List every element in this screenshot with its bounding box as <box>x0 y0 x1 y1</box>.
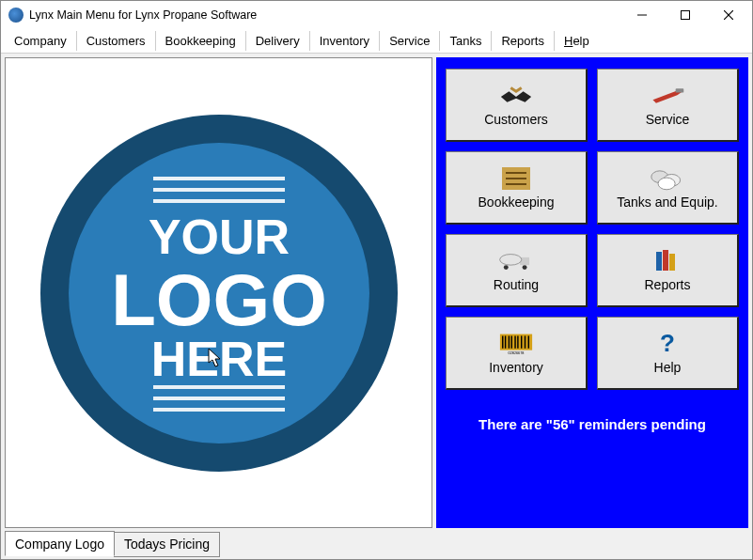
tile-label: Bookkeeping <box>478 194 555 210</box>
truck-icon <box>498 249 534 273</box>
question-icon: ? <box>650 332 685 356</box>
left-panel: YOUR LOGO HERE <box>5 57 432 528</box>
window-title: Lynx Main Menu for Lynx Propane Software <box>29 8 620 22</box>
tile-customers[interactable]: Customers <box>446 69 588 142</box>
svg-point-25 <box>504 265 509 270</box>
tile-help[interactable]: ? Help <box>597 317 739 390</box>
svg-text:HERE: HERE <box>150 332 286 386</box>
company-logo-area: YOUR LOGO HERE <box>6 58 431 527</box>
menu-tanks[interactable]: Tanks <box>440 31 492 51</box>
tile-label: Service <box>646 112 690 127</box>
svg-rect-28 <box>663 250 668 271</box>
tanks-icon <box>650 166 685 191</box>
window-controls <box>620 1 750 29</box>
svg-text:YOUR: YOUR <box>148 210 289 264</box>
books-icon <box>650 249 685 273</box>
svg-rect-27 <box>656 252 662 271</box>
bottom-tabs: Company Logo Todays Pricing <box>1 532 752 559</box>
menu-customers[interactable]: Customers <box>77 31 156 51</box>
svg-point-24 <box>500 254 522 265</box>
svg-point-22 <box>658 178 675 190</box>
svg-rect-15 <box>676 88 684 92</box>
menu-company[interactable]: Company <box>5 31 77 51</box>
tile-reports[interactable]: Reports <box>597 234 739 307</box>
app-icon <box>8 8 24 23</box>
tab-todays-pricing[interactable]: Todays Pricing <box>114 532 220 557</box>
barcode-icon: 02826678 <box>498 332 534 356</box>
menu-inventory[interactable]: Inventory <box>310 31 380 51</box>
minimize-button[interactable] <box>620 1 664 29</box>
tile-label: Routing <box>494 277 539 292</box>
close-button[interactable] <box>707 1 750 29</box>
tile-label: Reports <box>644 277 690 292</box>
svg-text:?: ? <box>660 331 675 357</box>
menu-bookkeeping[interactable]: Bookkeeping <box>156 31 246 51</box>
svg-rect-29 <box>669 254 675 271</box>
svg-rect-1 <box>682 11 690 20</box>
menu-reports[interactable]: Reports <box>492 31 555 51</box>
reminders-status: There are "56" reminders pending <box>446 416 739 432</box>
tile-bookkeeping[interactable]: Bookkeeping <box>446 151 588 225</box>
tile-label: Help <box>654 360 682 375</box>
svg-point-26 <box>523 265 527 270</box>
svg-text:02826678: 02826678 <box>509 351 525 355</box>
maximize-button[interactable] <box>664 1 707 29</box>
tile-inventory[interactable]: 02826678 Inventory <box>446 317 588 390</box>
menu-service[interactable]: Service <box>380 31 440 51</box>
titlebar: Lynx Main Menu for Lynx Propane Software <box>1 1 752 29</box>
content-area: YOUR LOGO HERE Customers <box>1 54 752 532</box>
tile-routing[interactable]: Routing <box>446 234 588 307</box>
tile-service[interactable]: Service <box>597 69 739 142</box>
svg-text:LOGO: LOGO <box>111 258 327 341</box>
handshake-icon <box>498 84 534 108</box>
your-logo-here-placeholder: YOUR LOGO HERE <box>31 105 407 481</box>
menubar: Company Customers Bookkeeping Delivery I… <box>1 29 752 54</box>
tile-label: Customers <box>484 112 548 127</box>
menu-delivery[interactable]: Delivery <box>246 31 310 51</box>
tile-grid: Customers Service Bookkeeping <box>446 69 739 390</box>
right-panel: Customers Service Bookkeeping <box>436 57 748 528</box>
ledger-icon <box>498 166 534 191</box>
tab-company-logo[interactable]: Company Logo <box>5 531 115 556</box>
tile-label: Inventory <box>489 360 543 375</box>
menu-help[interactable]: Help <box>555 31 599 51</box>
app-window: Lynx Main Menu for Lynx Propane Software… <box>0 0 753 560</box>
tile-tanks-equip[interactable]: Tanks and Equip. <box>597 151 739 225</box>
tile-label: Tanks and Equip. <box>617 194 717 210</box>
wrench-icon <box>650 84 685 108</box>
